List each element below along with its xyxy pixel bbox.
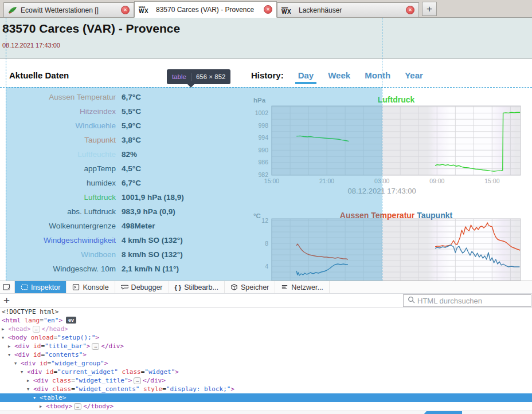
tab-close-icon[interactable]: ✕ bbox=[121, 6, 130, 14]
markup-line[interactable]: ▼<table> bbox=[0, 393, 532, 402]
tab-close-icon[interactable]: ✕ bbox=[264, 5, 272, 14]
collapsed-ellipsis[interactable]: … bbox=[33, 326, 40, 333]
twisty-open-icon[interactable]: ▼ bbox=[27, 385, 33, 394]
tab-close-icon[interactable]: ✕ bbox=[406, 6, 414, 14]
browser-tab-2[interactable]: weeWX83570 Carces (VAR) - Provence✕ bbox=[134, 1, 277, 18]
markup-line[interactable]: ▼<body onload="setup();"> bbox=[0, 333, 532, 342]
history-tab-year[interactable]: Year bbox=[405, 70, 423, 80]
history-tab-week[interactable]: Week bbox=[328, 70, 350, 80]
browser-tab-1[interactable]: Ecowitt Wetterstationen []✕ bbox=[3, 2, 134, 18]
devtools-tab-konsole[interactable]: Konsole bbox=[66, 281, 115, 293]
breadcrumb-item-table[interactable] bbox=[423, 411, 462, 414]
markup-line[interactable]: ▶<div class="widget_title">…</div> bbox=[0, 376, 532, 385]
pick-element-button[interactable] bbox=[0, 281, 15, 293]
weather-value: 4,5°C bbox=[122, 164, 141, 173]
browser-window: Ecowitt Wetterstationen []✕weeWX83570 Ca… bbox=[0, 0, 532, 414]
weather-value: 4 km/h SO (132°) bbox=[122, 236, 183, 245]
weather-value: 5,9°C bbox=[122, 121, 141, 130]
braces-icon: { } bbox=[175, 284, 182, 291]
markup-line[interactable]: <!DOCTYPE html> bbox=[0, 307, 532, 316]
weather-label: abs. Luftdruck bbox=[6, 207, 116, 216]
devtools-tab-label: Speicher bbox=[241, 283, 269, 291]
svg-text:Aussen Temperatur Taupunkt: Aussen Temperatur Taupunkt bbox=[340, 211, 453, 220]
page-content: 83570 Carces (VAR) - Provence 08.12.2021… bbox=[0, 18, 532, 281]
page-timestamp: 08.12.2021 17:43:00 bbox=[2, 42, 60, 49]
devtools-tab-inspektor[interactable]: Inspektor bbox=[15, 281, 66, 293]
weather-label: Luftdruck bbox=[6, 193, 116, 202]
markup-line[interactable]: ▶<tbody>…</tbody> bbox=[0, 402, 532, 411]
svg-text:Luftdruck: Luftdruck bbox=[378, 95, 415, 104]
twisty-closed-icon[interactable]: ▶ bbox=[2, 325, 8, 334]
twisty-open-icon[interactable]: ▼ bbox=[8, 351, 14, 360]
twisty-closed-icon[interactable]: ▶ bbox=[8, 342, 14, 351]
twisty-open-icon[interactable]: ▼ bbox=[2, 334, 8, 342]
current-weather-table: Aussen Temperatur6,7°CHitzeindex5,5°CWin… bbox=[6, 90, 264, 276]
ecowitt-icon bbox=[8, 6, 17, 15]
weather-value: 2,1 km/h N (11°) bbox=[122, 265, 179, 273]
svg-text:1002: 1002 bbox=[255, 109, 269, 116]
weather-row: Hitzeindex5,5°C bbox=[6, 104, 264, 119]
tab-title: 83570 Carces (VAR) - Provence bbox=[156, 6, 260, 14]
add-node-button[interactable]: + bbox=[3, 294, 10, 307]
devtools-tab-label: Stilbearb... bbox=[184, 283, 218, 291]
weather-label: Wolkenuntergrenze bbox=[6, 222, 116, 230]
history-tab-day[interactable]: Day bbox=[298, 70, 314, 80]
collapsed-ellipsis[interactable]: … bbox=[74, 403, 81, 410]
markup-line[interactable]: ▼<div class="widget_contents" style="dis… bbox=[0, 385, 532, 393]
weather-row: Luftdruck1001,9 hPa (18,9) bbox=[6, 190, 264, 204]
markup-line[interactable]: ▼<div id="contents"> bbox=[0, 350, 532, 359]
svg-text:4: 4 bbox=[265, 263, 268, 270]
weather-label: Windboen bbox=[6, 250, 116, 259]
markup-line[interactable]: ▶<div id="title_bar">…</div> bbox=[0, 342, 532, 350]
markup-line[interactable]: <html lang="en">ev bbox=[0, 316, 532, 325]
collapsed-ellipsis[interactable]: … bbox=[134, 377, 141, 384]
markup-line[interactable]: ▼<div id="current_widget" class="widget"… bbox=[0, 368, 532, 376]
svg-text:986: 986 bbox=[258, 159, 268, 165]
page-title: 83570 Carces (VAR) - Provence bbox=[2, 22, 180, 36]
devtools-tab-label: Debugger bbox=[131, 283, 163, 291]
markup-line[interactable]: ▶<head>…</head> bbox=[0, 325, 532, 333]
tooltip-node-size: 656 × 852 bbox=[196, 73, 225, 80]
weather-label: Windgeschwindigkeit bbox=[6, 236, 116, 245]
twisty-closed-icon[interactable]: ▶ bbox=[40, 403, 46, 411]
history-label: History: bbox=[251, 70, 284, 80]
html-search-input[interactable] bbox=[403, 294, 531, 307]
twisty-closed-icon[interactable]: ▶ bbox=[27, 377, 33, 385]
browser-tab-3[interactable]: weeWXLackenhäuser✕ bbox=[277, 2, 419, 18]
history-tab-month[interactable]: Month bbox=[365, 70, 390, 80]
weewx-icon: weeWX bbox=[139, 5, 152, 14]
weather-value: 82% bbox=[122, 150, 137, 159]
weather-row: Windboen8 km/h SO (132°) bbox=[6, 247, 264, 262]
weather-row: Windgeschwindigkeit4 km/h SO (132°) bbox=[6, 233, 264, 247]
weather-label: Windgeschw. 10m bbox=[6, 265, 116, 273]
weather-row: humidex6,7°C bbox=[6, 176, 264, 190]
weather-label: appTemp bbox=[6, 164, 116, 173]
new-tab-button[interactable]: + bbox=[422, 2, 437, 16]
weather-row: appTemp4,5°C bbox=[6, 161, 264, 176]
devtools-tab-stilbearb[interactable]: { }Stilbearb... bbox=[169, 281, 225, 293]
weather-label: Luftfeuchte bbox=[6, 150, 116, 159]
devtools-tab-debugger[interactable]: Debugger bbox=[115, 281, 169, 293]
svg-text:990: 990 bbox=[258, 147, 268, 153]
devtools-tab-speicher[interactable]: Speicher bbox=[225, 281, 275, 293]
weather-label: humidex bbox=[6, 179, 116, 187]
weather-row: Aussen Temperatur6,7°C bbox=[6, 90, 264, 104]
tab-title: Ecowitt Wetterstationen [] bbox=[21, 6, 118, 14]
svg-text:21:00: 21:00 bbox=[319, 178, 334, 184]
weather-value: 498Meter bbox=[122, 222, 155, 230]
svg-text:09:00: 09:00 bbox=[429, 178, 444, 184]
event-badge[interactable]: ev bbox=[66, 317, 76, 324]
twisty-open-icon[interactable]: ▼ bbox=[14, 360, 21, 368]
svg-text:998: 998 bbox=[258, 122, 268, 129]
devtools-tab-label: Inspektor bbox=[31, 283, 60, 291]
collapsed-ellipsis[interactable]: … bbox=[92, 343, 99, 350]
svg-text:15:00: 15:00 bbox=[264, 178, 279, 184]
twisty-open-icon[interactable]: ▼ bbox=[33, 394, 40, 403]
twisty-open-icon[interactable]: ▼ bbox=[21, 368, 27, 377]
markup-line[interactable]: ▼<div id="widget_group"> bbox=[0, 359, 532, 368]
devtools-tab-netzwer[interactable]: Netzwer... bbox=[275, 281, 330, 293]
inspector-guide-top bbox=[0, 87, 532, 88]
weather-row: Luftfeuchte82% bbox=[6, 147, 264, 161]
temperature-dewpoint-chart: 4812°CAussen Temperatur Taupunkt bbox=[250, 209, 524, 281]
svg-text:994: 994 bbox=[258, 134, 268, 141]
